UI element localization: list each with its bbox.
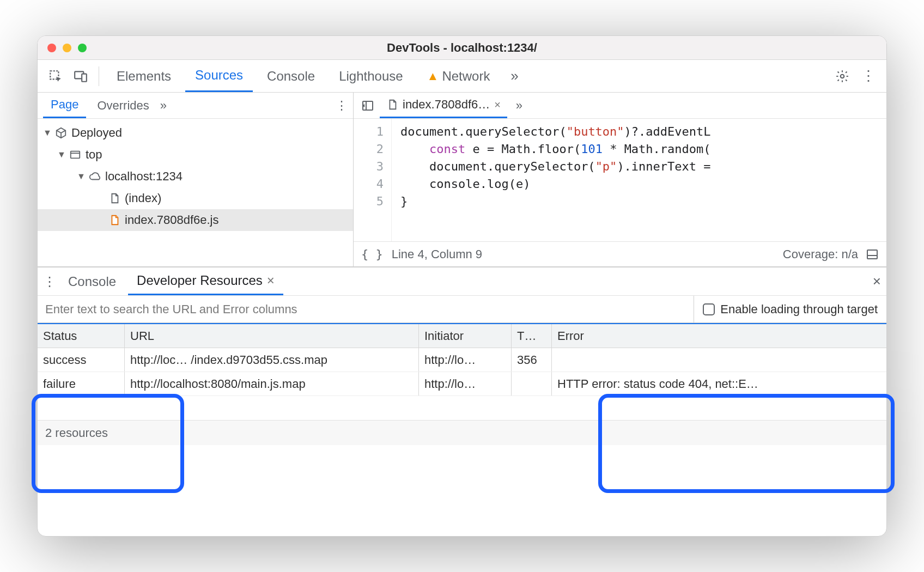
document-icon	[108, 214, 120, 226]
chevron-down-icon: ▼	[43, 128, 51, 138]
line-gutter: 1 2 3 4 5	[354, 119, 392, 241]
drawer-close-icon[interactable]: ×	[873, 273, 881, 290]
svg-rect-6	[867, 250, 877, 259]
tab-network[interactable]: ▲ Network	[417, 60, 500, 92]
tree-label: top	[86, 148, 102, 162]
tree-file-js[interactable]: index.7808df6e.js	[38, 209, 353, 231]
kebab-menu-icon[interactable]: ⋮	[858, 66, 879, 87]
editor-tabs: index.7808df6… × »	[354, 93, 886, 119]
document-icon	[386, 99, 398, 111]
col-status[interactable]: Status	[38, 324, 125, 348]
code-body: document.querySelector("button")?.addEve…	[392, 119, 711, 241]
checkbox-icon	[703, 303, 715, 315]
editor-panel: index.7808df6… × » 1 2 3 4 5 document.qu…	[354, 93, 886, 266]
file-tree[interactable]: ▼ Deployed ▼ top ▼ localhost:1234	[38, 119, 353, 266]
svg-point-3	[841, 74, 844, 78]
toggle-drawer-icon[interactable]	[866, 248, 879, 261]
editor-statusbar: { } Line 4, Column 9 Coverage: n/a	[354, 241, 886, 266]
nav-tab-page[interactable]: Page	[43, 93, 86, 118]
frame-icon	[69, 149, 81, 161]
inspect-element-icon[interactable]	[45, 66, 66, 87]
nav-more-tabs-icon[interactable]: »	[160, 99, 167, 113]
minimize-window-button[interactable]	[63, 44, 71, 52]
drawer: ⋮ Console Developer Resources × × Enable…	[38, 267, 886, 445]
traffic-lights	[47, 44, 87, 52]
tree-label: (index)	[125, 191, 161, 205]
drawer-tab-devresources[interactable]: Developer Resources ×	[128, 267, 283, 295]
tree-top-frame[interactable]: ▼ top	[38, 144, 353, 166]
pretty-print-icon[interactable]: { }	[361, 247, 383, 261]
code-editor[interactable]: 1 2 3 4 5 document.querySelector("button…	[354, 119, 886, 241]
tree-label: Deployed	[71, 126, 122, 140]
editor-tab-label: index.7808df6…	[403, 98, 490, 112]
col-error[interactable]: Error	[552, 324, 886, 348]
navigator-tabs: Page Overrides » ⋮	[38, 93, 353, 119]
zoom-window-button[interactable]	[78, 44, 87, 52]
window-title: DevTools - localhost:1234/	[38, 41, 886, 55]
col-time[interactable]: T…	[512, 324, 552, 348]
tab-elements[interactable]: Elements	[107, 60, 181, 92]
warning-icon: ▲	[427, 69, 439, 83]
table-footer: 2 resources	[38, 420, 886, 445]
toggle-navigator-icon[interactable]	[356, 99, 380, 112]
col-url[interactable]: URL	[125, 324, 419, 348]
coverage-status: Coverage: n/a	[783, 247, 858, 261]
drawer-tabs: ⋮ Console Developer Resources × ×	[38, 267, 886, 296]
tab-sources[interactable]: Sources	[185, 60, 253, 92]
chevron-down-icon: ▼	[77, 172, 84, 181]
close-window-button[interactable]	[47, 44, 56, 52]
editor-more-tabs-icon[interactable]: »	[507, 99, 531, 113]
cube-icon	[55, 127, 67, 139]
editor-tab-active[interactable]: index.7808df6… ×	[380, 93, 507, 118]
table-header: Status URL Initiator T… Error	[38, 324, 886, 348]
tree-label: localhost:1234	[105, 169, 183, 184]
cloud-icon	[89, 171, 101, 182]
svg-rect-2	[82, 74, 87, 81]
settings-icon[interactable]	[832, 66, 853, 87]
nav-kebab-icon[interactable]: ⋮	[336, 99, 348, 113]
table-row[interactable]: success http://loc… /index.d9703d55.css.…	[38, 348, 886, 372]
navigator-panel: Page Overrides » ⋮ ▼ Deployed ▼ to	[38, 93, 354, 266]
col-initiator[interactable]: Initiator	[419, 324, 512, 348]
sources-workspace: Page Overrides » ⋮ ▼ Deployed ▼ to	[38, 93, 886, 267]
filter-row: Enable loading through target	[38, 296, 886, 323]
close-icon[interactable]: ×	[494, 99, 501, 111]
chevron-down-icon: ▼	[57, 150, 65, 160]
tree-host[interactable]: ▼ localhost:1234	[38, 166, 353, 187]
drawer-kebab-icon[interactable]: ⋮	[43, 274, 56, 289]
drawer-tab-console[interactable]: Console	[59, 267, 125, 295]
main-toolbar: Elements Sources Console Lighthouse ▲ Ne…	[38, 60, 886, 93]
enable-loading-checkbox[interactable]: Enable loading through target	[694, 296, 886, 322]
close-icon[interactable]: ×	[267, 273, 275, 288]
devtools-window: DevTools - localhost:1234/ Elements Sour…	[37, 35, 887, 537]
nav-tab-overrides[interactable]: Overrides	[89, 93, 156, 118]
resources-table: Status URL Initiator T… Error success ht…	[38, 323, 886, 420]
cursor-position: Line 4, Column 9	[392, 247, 482, 261]
tree-file-index[interactable]: (index)	[38, 187, 353, 209]
tab-lighthouse[interactable]: Lighthouse	[329, 60, 412, 92]
svg-rect-4	[71, 151, 80, 159]
titlebar: DevTools - localhost:1234/	[38, 36, 886, 60]
document-icon	[108, 192, 120, 204]
tree-root-deployed[interactable]: ▼ Deployed	[38, 122, 353, 144]
table-row[interactable]: failure http://localhost:8080/main.js.ma…	[38, 372, 886, 396]
tab-console[interactable]: Console	[257, 60, 325, 92]
search-input[interactable]	[38, 296, 694, 322]
device-toggle-icon[interactable]	[70, 66, 91, 87]
more-tabs-icon[interactable]: »	[504, 66, 525, 87]
tree-label: index.7808df6e.js	[125, 213, 218, 227]
